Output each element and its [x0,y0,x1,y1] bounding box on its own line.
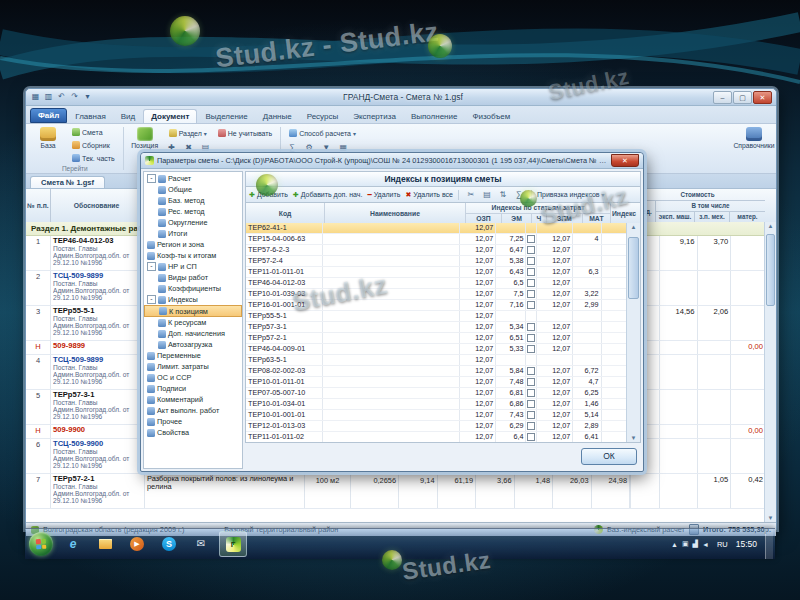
ribbon-tab-10[interactable]: Физобъем [465,110,517,123]
index-row[interactable]: ТЕРр57-3-112,075,3412,07 [246,322,627,333]
checkbox-icon[interactable] [527,323,535,331]
document-tab[interactable]: Смета № 1.gsf [30,176,105,188]
index-row[interactable]: ТЕР46-04-012-0312,076,512,07 [246,278,627,289]
windows-explorer-icon[interactable] [91,531,119,557]
checkbox-icon[interactable] [527,279,535,287]
index-row[interactable]: ТЕР11-01-011-0212,076,412,076,41 [246,432,627,442]
ribbon-tab-9[interactable]: Выполнение [404,110,465,123]
position-button[interactable]: Позиция [128,125,162,149]
close-icon[interactable]: ✕ [753,91,772,104]
tree-item-22[interactable]: Акт выполн. работ [144,405,242,416]
tree-item-5[interactable]: Округление [144,217,242,228]
mail-icon[interactable]: ✉ [187,531,215,557]
language-indicator[interactable]: RU [714,539,731,550]
references-button[interactable]: Справочники [737,125,771,149]
maximize-icon[interactable]: ▢ [733,91,752,104]
index-row[interactable]: ТЕРр55-5-112,07 [246,311,627,322]
index-row[interactable]: ТЕРр57-2-112,076,5112,07 [246,333,627,344]
tree-item-11[interactable]: Коэффициенты [144,283,242,294]
network-icon[interactable]: ▟ [693,540,698,548]
media-player-icon[interactable]: ▶ [123,531,151,557]
dialog-scrollbar[interactable]: ▲ ▼ [626,223,640,442]
app-title-bar[interactable]: ▦▥↶↷▾ ГРАНД-Смета - Смета № 1.gsf – ▢ ✕ [26,89,776,106]
index-row[interactable]: ТЕРр63-5-112,07 [246,355,627,366]
taskbar-clock[interactable]: 15:50 [736,539,757,549]
tree-item-10[interactable]: Виды работ [144,272,242,283]
checkbox-icon[interactable] [527,345,535,353]
index-row[interactable]: ТЕР16-01-001-0112,077,1612,072,99 [246,300,627,311]
index-row[interactable]: ТЕР57-2-412,075,3812,07 [246,256,627,267]
redo-icon[interactable]: ↷ [69,92,80,103]
action-center-icon[interactable]: ▣ [682,540,689,548]
index-row[interactable]: ТЕР57-6-2-312,076,4712,07 [246,245,627,256]
index-row[interactable]: ТЕР10-01-039-0312,077,512,073,22 [246,289,627,300]
tree-item-7[interactable]: Регион и зона [144,239,242,250]
checkbox-icon[interactable] [527,422,535,430]
scroll-up-icon[interactable]: ▲ [627,224,640,230]
checkbox-icon[interactable] [527,268,535,276]
tree-item-12[interactable]: -Индексы [144,294,242,305]
ribbon-button-3[interactable]: Тек. часть [68,152,119,164]
delete-all-button[interactable]: ✖ Удалить все [405,191,453,199]
copy-icon[interactable]: ▤ [480,188,494,201]
save-icon[interactable]: ▥ [43,92,54,103]
tree-expander-icon[interactable]: - [147,295,156,304]
ribbon-tab-8[interactable]: Экспертиза [346,110,403,123]
checkbox-icon[interactable] [527,400,535,408]
tree-item-9[interactable]: -НР и СП [144,261,242,272]
ignore-button[interactable]: Не учитывать [214,127,276,139]
ribbon-tab-5[interactable]: Выделение [198,110,254,123]
messenger-icon[interactable]: S [155,531,183,557]
tree-item-21[interactable]: Комментарий [144,394,242,405]
index-row[interactable]: ТЕР10-01-034-0112,076,8612,071,46 [246,399,627,410]
scrollbar-thumb[interactable] [628,237,639,299]
index-row[interactable]: ТЕР07-05-007-1012,076,8112,076,25 [246,388,627,399]
grand-smeta-icon[interactable]: Г [219,531,247,557]
tree-item-23[interactable]: Прочее [144,416,242,427]
checkbox-icon[interactable] [527,433,535,441]
app-menu-icon[interactable]: ▦ [30,92,41,103]
checkbox-icon[interactable] [527,290,535,298]
checkbox-icon[interactable] [527,301,535,309]
base-button[interactable]: База [31,125,65,149]
index-row[interactable]: ТЕР15-04-006-6312,077,2512,074 [246,234,627,245]
ribbon-tab-6[interactable]: Данные [256,110,299,123]
dialog-title-bar[interactable]: Параметры сметы - С:\Диск (D)\РАБОТА\ООО… [141,153,643,169]
tree-item-2[interactable]: Общие [144,184,242,195]
ribbon-tab-3[interactable]: Вид [114,110,142,123]
tree-item-6[interactable]: Итоги [144,228,242,239]
section-button[interactable]: Раздел ▾ [165,127,211,139]
ribbon-tab-7[interactable]: Ресурсы [300,110,346,123]
add-extra-button[interactable]: ✚ Добавить доп. нач. [293,191,363,199]
tree-item-14[interactable]: К ресурсам [144,317,242,328]
tree-item-17[interactable]: Переменные [144,350,242,361]
tree-item-20[interactable]: Подписи [144,383,242,394]
ok-button[interactable]: ОК [581,448,637,465]
grid-row[interactable]: 7ТЕРр57-2-1Постан. Главы Админ.Волгоград… [26,474,765,509]
scroll-down-icon[interactable]: ▼ [627,435,640,441]
index-row[interactable]: ТЕР10-01-001-0112,077,4312,075,14 [246,410,627,421]
minimize-icon[interactable]: – [713,91,732,104]
tree-item-8[interactable]: Коэф-ты к итогам [144,250,242,261]
grid-scrollbar[interactable]: ▲ ▼ [764,222,776,522]
calc-method-button[interactable]: Способ расчета ▾ [285,127,360,139]
tree-item-3[interactable]: Баз. метод [144,195,242,206]
tree-item-1[interactable]: -Расчет [144,173,242,184]
volume-icon[interactable]: ◄ [702,541,709,548]
undo-icon[interactable]: ↶ [56,92,67,103]
sort-icon[interactable]: ⇅ [496,188,510,201]
checkbox-icon[interactable] [527,257,535,265]
tree-expander-icon[interactable]: - [147,262,156,271]
tree-expander-icon[interactable]: - [147,174,156,183]
index-row[interactable]: ТЕР12-01-013-0312,076,2912,072,89 [246,421,627,432]
ribbon-button-2[interactable]: Сборник [68,139,119,151]
internet-explorer-icon[interactable]: e [59,531,87,557]
tree-item-16[interactable]: Автозагрузка [144,339,242,350]
scroll-down-icon[interactable]: ▼ [765,515,776,521]
checkbox-icon[interactable] [527,411,535,419]
index-row[interactable]: ТЕР46-04-009-0112,075,3312,07 [246,344,627,355]
start-button[interactable] [29,532,53,556]
checkbox-icon[interactable] [527,378,535,386]
ribbon-tab-4[interactable]: Документ [143,109,197,123]
add-button[interactable]: ✚ Добавить [249,191,288,199]
